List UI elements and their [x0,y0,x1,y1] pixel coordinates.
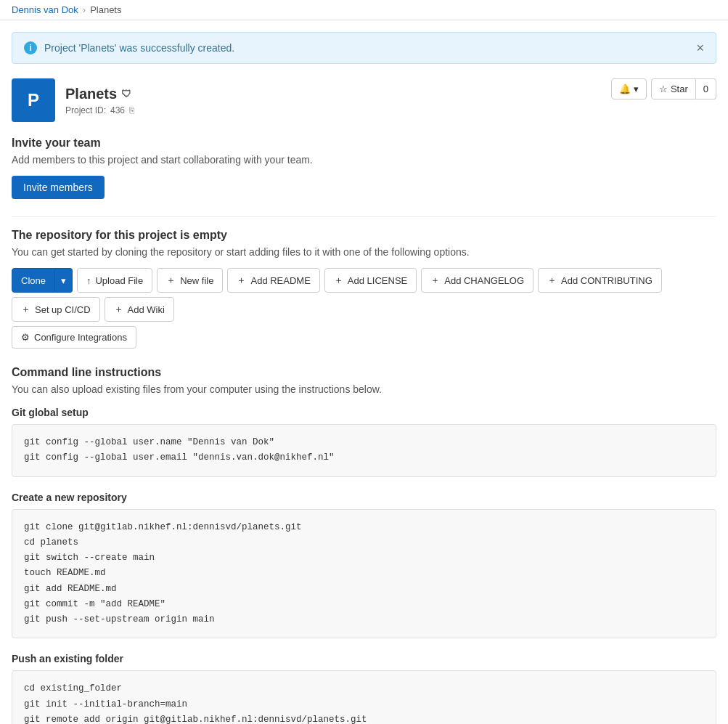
breadcrumb-project: Planets [90,4,121,15]
star-label: Star [671,84,688,94]
add-changelog-button[interactable]: ＋ Add CHANGELOG [421,268,533,293]
existing-folder-heading: Push an existing folder [12,653,716,664]
add-changelog-label: Add CHANGELOG [444,275,524,286]
add-license-label: Add LICENSE [348,275,407,286]
project-info: Planets 🛡 Project ID: 436 ⎘ [65,86,134,115]
changelog-plus-icon: ＋ [430,274,440,287]
visibility-icon: 🛡 [121,88,131,99]
new-file-label: New file [180,275,213,286]
wiki-plus-icon: ＋ [114,303,123,316]
upload-icon: ↑ [86,275,91,286]
existing-folder-section: Push an existing folder cd existing_fold… [12,653,716,724]
upload-file-label: Upload File [95,275,143,286]
add-license-button[interactable]: ＋ Add LICENSE [324,268,417,293]
add-readme-button[interactable]: ＋ Add README [227,268,319,293]
existing-folder-code: cd existing_folder git init --initial-br… [12,670,716,724]
add-readme-label: Add README [250,275,310,286]
contributing-plus-icon: ＋ [547,274,557,287]
cli-description: You can also upload existing files from … [12,383,716,395]
cicd-plus-icon: ＋ [21,303,30,316]
license-plus-icon: ＋ [334,274,343,287]
new-repo-code: git clone git@gitlab.nikhef.nl:dennisvd/… [12,509,716,639]
configure-integrations-button[interactable]: ⚙ Configure Integrations [12,326,136,349]
clone-button[interactable]: Clone [12,268,55,293]
configure-integrations-label: Configure Integrations [34,332,127,343]
new-file-button[interactable]: ＋ New file [157,268,223,293]
invite-members-button[interactable]: Invite members [12,176,105,199]
alert-message: Project 'Planets' was successfully creat… [44,42,234,54]
star-group: ☆ Star 0 [651,78,716,99]
new-file-plus-icon: ＋ [166,274,176,287]
empty-repo-section: The repository for this project is empty… [12,229,716,349]
project-id-label: Project ID: [65,105,106,115]
project-header: P Planets 🛡 Project ID: 436 ⎘ 🔔 ▾ [12,78,716,122]
star-button[interactable]: ☆ Star [651,78,696,99]
upload-file-button[interactable]: ↑ Upload File [77,268,152,293]
setup-cicd-label: Set up CI/CD [35,304,91,315]
cli-section: Command line instructions You can also u… [12,366,716,724]
alert-left: i Project 'Planets' was successfully cre… [24,41,234,54]
clone-label: Clone [21,275,46,286]
project-title-row: Planets 🛡 [65,86,134,102]
add-wiki-button[interactable]: ＋ Add Wiki [105,297,174,322]
clone-group: Clone ▾ [12,268,73,293]
invite-title: Invite your team [12,137,716,150]
alert-close-button[interactable]: × [696,41,704,54]
breadcrumb: Dennis van Dok › Planets [0,0,728,20]
bell-icon: 🔔 [619,84,631,94]
project-name: Planets [65,86,117,102]
add-wiki-label: Add Wiki [128,304,165,315]
git-global-setup-code: git config --global user.name "Dennis va… [12,424,716,477]
setup-cicd-button[interactable]: ＋ Set up CI/CD [12,297,100,322]
success-alert: i Project 'Planets' was successfully cre… [12,32,716,64]
git-global-setup-heading: Git global setup [12,407,716,418]
info-icon: i [24,41,37,54]
project-id-row: Project ID: 436 ⎘ [65,105,134,115]
breadcrumb-user-link[interactable]: Dennis van Dok [12,4,78,15]
divider-1 [12,216,716,217]
project-avatar: P [12,78,55,122]
action-buttons-row-2: ⚙ Configure Integrations [12,326,716,349]
git-global-setup-section: Git global setup git config --global use… [12,407,716,477]
empty-repo-description: You can get started by cloning the repos… [12,246,716,258]
clone-dropdown-button[interactable]: ▾ [55,268,73,293]
project-id-value: 436 [110,105,125,115]
notify-button[interactable]: 🔔 ▾ [611,78,647,99]
action-buttons-row-1: Clone ▾ ↑ Upload File ＋ New file ＋ Add R… [12,268,716,322]
new-repo-section: Create a new repository git clone git@gi… [12,492,716,639]
project-actions: 🔔 ▾ ☆ Star 0 [611,78,716,99]
gear-icon: ⚙ [21,332,30,343]
star-count: 0 [696,78,716,99]
empty-repo-title: The repository for this project is empty [12,229,716,242]
copy-id-icon[interactable]: ⎘ [129,105,134,115]
invite-description: Add members to this project and start co… [12,154,716,166]
project-header-left: P Planets 🛡 Project ID: 436 ⎘ [12,78,134,122]
add-contributing-label: Add CONTRIBUTING [561,275,653,286]
readme-plus-icon: ＋ [237,274,246,287]
breadcrumb-separator: › [83,4,86,15]
new-repo-heading: Create a new repository [12,492,716,503]
add-contributing-button[interactable]: ＋ Add CONTRIBUTING [538,268,662,293]
notify-arrow: ▾ [634,84,639,94]
star-icon: ☆ [659,84,668,94]
invite-section: Invite your team Add members to this pro… [12,137,716,199]
cli-title: Command line instructions [12,366,716,379]
